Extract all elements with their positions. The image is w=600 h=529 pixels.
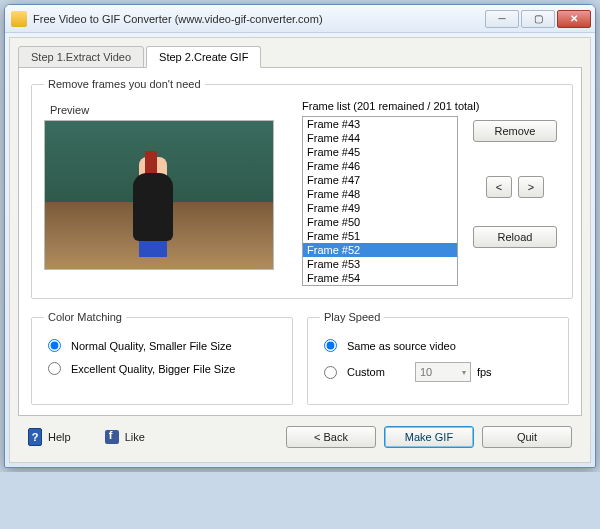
speed-custom-label: Custom	[347, 366, 385, 378]
list-item[interactable]: Frame #44	[303, 131, 457, 145]
color-normal-option[interactable]: Normal Quality, Smaller File Size	[44, 339, 280, 352]
window-title: Free Video to GIF Converter (www.video-g…	[33, 13, 485, 25]
help-icon: ?	[28, 428, 42, 446]
remove-button[interactable]: Remove	[473, 120, 557, 142]
prev-frame-button[interactable]: <	[486, 176, 512, 198]
fps-unit-label: fps	[477, 366, 492, 378]
preview-image	[44, 120, 274, 270]
color-excellent-label: Excellent Quality, Bigger File Size	[71, 363, 235, 375]
close-button[interactable]: ✕	[557, 10, 591, 28]
list-item[interactable]: Frame #51	[303, 229, 457, 243]
list-item[interactable]: Frame #52	[303, 243, 457, 257]
app-icon	[11, 11, 27, 27]
speed-same-option[interactable]: Same as source video	[320, 339, 556, 352]
color-normal-radio[interactable]	[48, 339, 61, 352]
color-excellent-option[interactable]: Excellent Quality, Bigger File Size	[44, 362, 280, 375]
list-item[interactable]: Frame #48	[303, 187, 457, 201]
list-item[interactable]: Frame #54	[303, 271, 457, 285]
tab-step2[interactable]: Step 2.Create GIF	[146, 46, 261, 68]
play-speed-legend: Play Speed	[320, 311, 384, 323]
color-matching-legend: Color Matching	[44, 311, 126, 323]
list-item[interactable]: Frame #50	[303, 215, 457, 229]
list-item[interactable]: Frame #47	[303, 173, 457, 187]
tab-strip: Step 1.Extract Video Step 2.Create GIF	[18, 46, 582, 68]
fps-value: 10	[420, 366, 432, 378]
speed-same-radio[interactable]	[324, 339, 337, 352]
chevron-down-icon: ▾	[462, 368, 466, 377]
play-speed-group: Play Speed Same as source video Custom 1…	[307, 311, 569, 405]
client-area: Step 1.Extract Video Step 2.Create GIF R…	[9, 37, 591, 463]
remove-frames-legend: Remove frames you don't need	[44, 78, 205, 90]
list-item[interactable]: Frame #43	[303, 117, 457, 131]
minimize-button[interactable]: ─	[485, 10, 519, 28]
speed-custom-radio[interactable]	[324, 366, 337, 379]
list-item[interactable]: Frame #49	[303, 201, 457, 215]
speed-same-label: Same as source video	[347, 340, 456, 352]
frame-listbox[interactable]: Frame #43Frame #44Frame #45Frame #46Fram…	[302, 116, 458, 286]
list-item[interactable]: Frame #45	[303, 145, 457, 159]
like-label: Like	[125, 431, 145, 443]
like-link[interactable]: Like	[105, 430, 145, 444]
help-label: Help	[48, 431, 71, 443]
tab-step1[interactable]: Step 1.Extract Video	[18, 46, 144, 68]
color-excellent-radio[interactable]	[48, 362, 61, 375]
facebook-icon	[105, 430, 119, 444]
tab-panel-step2: Remove frames you don't need Preview Fra…	[18, 67, 582, 416]
app-window: Free Video to GIF Converter (www.video-g…	[4, 4, 596, 468]
preview-label: Preview	[50, 104, 282, 116]
reload-button[interactable]: Reload	[473, 226, 557, 248]
remove-frames-group: Remove frames you don't need Preview Fra…	[31, 78, 573, 299]
list-item[interactable]: Frame #53	[303, 257, 457, 271]
list-item[interactable]: Frame #46	[303, 159, 457, 173]
titlebar: Free Video to GIF Converter (www.video-g…	[5, 5, 595, 33]
window-controls: ─ ▢ ✕	[485, 10, 591, 28]
back-button[interactable]: < Back	[286, 426, 376, 448]
fps-combo[interactable]: 10 ▾	[415, 362, 471, 382]
frame-list-label: Frame list (201 remained / 201 total)	[302, 100, 560, 112]
help-link[interactable]: ? Help	[28, 428, 71, 446]
color-normal-label: Normal Quality, Smaller File Size	[71, 340, 232, 352]
color-matching-group: Color Matching Normal Quality, Smaller F…	[31, 311, 293, 405]
preview-column: Preview	[44, 100, 282, 286]
next-frame-button[interactable]: >	[518, 176, 544, 198]
make-gif-button[interactable]: Make GIF	[384, 426, 474, 448]
maximize-button[interactable]: ▢	[521, 10, 555, 28]
footer-bar: ? Help Like < Back Make GIF Quit	[18, 416, 582, 454]
frame-column: Frame list (201 remained / 201 total) Fr…	[302, 100, 560, 286]
quit-button[interactable]: Quit	[482, 426, 572, 448]
